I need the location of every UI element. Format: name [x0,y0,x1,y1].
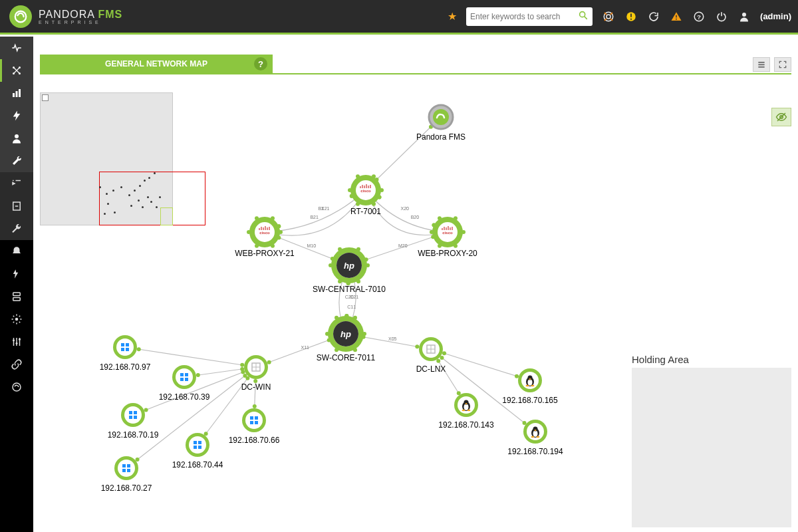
svg-text:192.168.70.97: 192.168.70.97 [100,362,151,372]
sidebar-item-resources[interactable] [0,195,33,217]
node-l194[interactable]: 192.168.70.194 [507,420,563,456]
svg-point-123 [454,216,458,220]
svg-point-113 [271,216,275,220]
sidebar-item-monitoring[interactable] [0,37,33,59]
alert-circle-icon[interactable] [624,10,638,23]
svg-text:B20: B20 [411,215,420,219]
sidebar-item-topology[interactable] [0,59,33,82]
holding-area-drop[interactable] [632,368,791,527]
svg-rect-168 [185,373,188,376]
refresh-icon[interactable] [647,10,660,23]
svg-rect-161 [126,343,129,346]
svg-text:hp: hp [340,329,351,339]
node-w39[interactable]: 192.168.70.39 [159,365,210,402]
network-map-canvas[interactable]: X21B21B1X20B20M10M20C21C11C20X11X05Pando… [40,76,791,532]
svg-text:cisco: cisco [442,231,453,235]
sidebar-item-update[interactable] [0,376,33,398]
node-w66[interactable]: 192.168.70.66 [229,408,280,445]
svg-rect-184 [255,421,258,424]
svg-point-216 [467,410,471,412]
svg-rect-189 [198,441,201,444]
sidebar-item-setup[interactable] [0,308,33,331]
svg-point-33 [13,383,21,391]
svg-point-133 [338,247,342,251]
fullscreen-button[interactable] [774,57,791,72]
sidebar-item-admin[interactable] [0,331,33,353]
svg-rect-197 [122,469,126,472]
svg-point-205 [529,378,531,380]
svg-text:192.168.70.194: 192.168.70.194 [507,447,563,456]
warning-icon[interactable] [670,10,683,23]
svg-text:hp: hp [344,261,354,271]
svg-rect-176 [129,416,132,419]
svg-text:X11: X11 [301,345,310,350]
svg-text:DC-LNX: DC-LNX [416,364,446,374]
svg-rect-196 [127,464,130,467]
svg-point-98 [380,188,384,192]
lifebuoy-icon[interactable] [602,10,615,23]
svg-rect-36 [758,66,764,68]
svg-point-92 [433,109,449,125]
svg-point-223 [535,430,537,431]
svg-point-85 [442,351,446,355]
svg-point-88 [457,391,461,395]
svg-point-121 [430,230,434,234]
page-help-button[interactable]: ? [254,57,267,70]
sidebar-item-tools[interactable] [0,150,33,172]
svg-text:192.168.70.27: 192.168.70.27 [101,483,152,493]
node-l143[interactable]: 192.168.70.143 [438,393,494,430]
sidebar-item-links[interactable] [0,353,33,376]
user-icon[interactable] [737,10,751,23]
node-dcwin[interactable]: DC-WIN [241,355,271,392]
sidebar-item-wrench[interactable] [0,217,33,240]
svg-point-130 [356,279,360,283]
node-swc7010[interactable]: hpSW-CENTRAL-7010 [313,247,386,294]
sidebar-item-users[interactable] [0,127,33,150]
svg-point-83 [243,374,247,378]
sidebar-item-servers[interactable] [0,285,33,308]
svg-point-144 [334,316,338,320]
holding-area[interactable]: Holding Area [632,354,791,532]
svg-rect-162 [121,348,124,351]
svg-text:cisco: cisco [360,189,371,193]
list-view-button[interactable] [753,57,770,72]
svg-text:B1: B1 [319,206,325,211]
svg-point-207 [531,385,535,387]
svg-rect-25 [13,298,21,301]
node-w97[interactable]: 192.168.70.97 [100,335,151,372]
svg-rect-177 [134,416,137,419]
node-dclnx[interactable]: DC-LNX [416,337,446,374]
search-input[interactable] [470,12,578,21]
user-label[interactable]: (admin) [760,11,791,21]
brand-logo: PANDORA FMS ENTERPRISE [9,5,122,28]
svg-point-143 [325,332,329,336]
svg-point-180 [245,412,263,429]
svg-point-78 [144,408,148,412]
svg-text:192.168.70.39: 192.168.70.39 [159,392,210,402]
star-icon[interactable]: ★ [448,10,457,23]
svg-point-119 [454,244,458,248]
node-proxy21[interactable]: ciscoWEB-PROXY-21 [235,216,295,258]
search-box[interactable] [466,7,593,26]
node-proxy20[interactable]: ciscoWEB-PROXY-20 [418,216,477,258]
search-icon[interactable] [578,10,589,23]
svg-text:RT-7001: RT-7001 [350,207,381,216]
node-swc7011[interactable]: hpSW-CORE-7011 [317,316,376,362]
svg-point-73 [240,363,244,367]
node-w19[interactable]: 192.168.70.19 [108,403,159,440]
sidebar-item-flash[interactable] [0,263,33,285]
node-root[interactable]: Pandora FMS [416,105,466,142]
node-w44[interactable]: 192.168.70.44 [172,433,223,469]
sidebar-item-events[interactable] [0,104,33,127]
svg-rect-190 [194,446,197,449]
sidebar-item-reporting[interactable] [0,82,33,104]
svg-point-100 [356,202,360,206]
power-icon[interactable] [715,10,728,23]
help-icon[interactable]: ? [692,10,706,23]
sidebar-item-discovery[interactable] [0,172,33,195]
svg-point-141 [353,348,357,352]
sidebar-item-alerts[interactable] [0,240,33,263]
sidebar [0,37,33,532]
node-w27[interactable]: 192.168.70.27 [101,456,152,493]
svg-point-13 [742,13,746,17]
